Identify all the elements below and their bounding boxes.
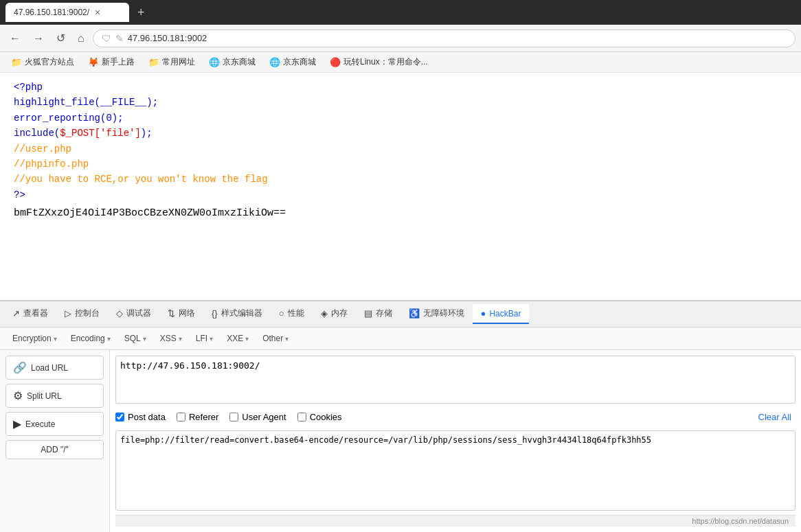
code-area: <?php highlight_file(__FILE__); error_re…: [0, 73, 801, 229]
menu-xxe[interactable]: XXE ▾: [221, 332, 254, 345]
bookmark-item-1[interactable]: 📁 火狐官方站点: [5, 54, 80, 70]
hackbar-menu-bar: Encryption ▾ Encoding ▾ SQL ▾ XSS ▾ LFI: [0, 327, 801, 350]
encryption-caret: ▾: [54, 335, 57, 343]
bookmark-icon-2: 🦊: [88, 57, 99, 67]
encoded-string: bmFtZXxzOjE4OiI4P3BocCBzeXN0ZW0oImxzIiki…: [14, 205, 787, 222]
xxe-caret: ▾: [245, 335, 249, 343]
reload-button[interactable]: ↺: [52, 29, 69, 47]
bookmark-item-5[interactable]: 🌐 京东商城: [264, 54, 321, 70]
memory-icon: ◈: [321, 308, 328, 319]
post-data-input[interactable]: [115, 430, 796, 511]
execute-label: Execute: [25, 419, 55, 429]
tab-hackbar-label: HackBar: [489, 309, 521, 319]
tab-memory-label: 内存: [331, 308, 348, 319]
load-url-label: Load URL: [31, 363, 68, 373]
hackbar-icon: ●: [481, 308, 486, 319]
tab-style-editor-label: 样式编辑器: [221, 308, 262, 319]
referer-checkbox-container[interactable]: Referer: [177, 412, 218, 422]
post-data-label: Post data: [128, 412, 166, 422]
post-data-checkbox[interactable]: [115, 413, 124, 421]
bookmark-icon-4: 🌐: [209, 57, 220, 67]
user-agent-label: User Agent: [242, 412, 286, 422]
menu-encryption[interactable]: Encryption ▾: [7, 332, 63, 345]
code-line-5: //phpinfo.php: [14, 157, 787, 172]
page-content: <?php highlight_file(__FILE__); error_re…: [0, 73, 801, 300]
code-line-2: error_reporting(0);: [14, 111, 787, 126]
bookmark-item-2[interactable]: 🦊 新手上路: [82, 54, 140, 70]
menu-encoding[interactable]: Encoding ▾: [65, 332, 116, 345]
console-icon: ▷: [65, 308, 71, 319]
user-agent-checkbox[interactable]: [229, 413, 238, 421]
bookmark-item-4[interactable]: 🌐 京东商城: [203, 54, 261, 70]
other-caret: ▾: [285, 335, 289, 343]
add-slash-button[interactable]: ADD "/": [5, 440, 104, 459]
post-data-checkbox-container[interactable]: Post data: [115, 412, 166, 422]
cookies-checkbox-container[interactable]: Cookies: [297, 412, 342, 422]
php-close: ?>: [14, 187, 787, 203]
main-content: <?php highlight_file(__FILE__); error_re…: [0, 73, 801, 532]
menu-xss[interactable]: XSS ▾: [155, 332, 188, 345]
bookmark-icon-6: 🔴: [330, 57, 341, 67]
user-agent-checkbox-container[interactable]: User Agent: [229, 412, 286, 422]
back-button[interactable]: ←: [5, 30, 25, 47]
style-editor-icon: {}: [212, 308, 218, 319]
url-input[interactable]: [115, 356, 796, 404]
address-input[interactable]: [128, 33, 787, 43]
referer-checkbox[interactable]: [177, 413, 185, 421]
bookmark-label-4: 京东商城: [223, 56, 256, 68]
cookies-label: Cookies: [310, 412, 342, 422]
menu-sql[interactable]: SQL ▾: [119, 332, 152, 345]
shield-icon: 🛡: [102, 33, 111, 44]
referer-label: Referer: [189, 412, 218, 422]
xss-caret: ▾: [179, 335, 182, 343]
tab-debugger[interactable]: ◇ 调试器: [108, 303, 159, 325]
tab-console-label: 控制台: [75, 308, 100, 319]
active-tab[interactable]: 47.96.150.181:9002/ ×: [5, 3, 129, 22]
load-url-button[interactable]: 🔗 Load URL: [5, 356, 104, 380]
new-tab-button[interactable]: +: [133, 5, 149, 20]
menu-lfi-label: LFI: [196, 334, 207, 343]
split-url-icon: ⚙: [13, 389, 23, 402]
tab-memory[interactable]: ◈ 内存: [313, 303, 356, 325]
menu-other[interactable]: Other ▾: [257, 332, 294, 345]
forward-button[interactable]: →: [29, 30, 48, 47]
bookmark-label-3: 常用网址: [162, 56, 195, 68]
hackbar-area: Encryption ▾ Encoding ▾ SQL ▾ XSS ▾ LFI: [0, 327, 801, 532]
tab-accessibility-label: 无障碍环境: [423, 308, 464, 319]
bookmark-item-6[interactable]: 🔴 玩转Linux：常用命令...: [324, 54, 433, 70]
tab-performance[interactable]: ○ 性能: [271, 303, 313, 325]
sql-caret: ▾: [143, 335, 146, 343]
lfi-caret: ▾: [210, 335, 213, 343]
home-button[interactable]: ⌂: [74, 30, 89, 47]
bookmark-icon-5: 🌐: [269, 57, 280, 67]
split-url-button[interactable]: ⚙ Split URL: [5, 384, 104, 408]
execute-icon: ▶: [13, 417, 21, 430]
tab-network[interactable]: ⇅ 网络: [159, 303, 203, 325]
bookmarks-bar: 📁 火狐官方站点 🦊 新手上路 📁 常用网址 🌐 京东商城 🌐 京东商城 🔴 玩…: [0, 52, 801, 73]
execute-button[interactable]: ▶ Execute: [5, 412, 104, 436]
accessibility-icon: ♿: [409, 308, 420, 319]
menu-xxe-label: XXE: [227, 334, 243, 343]
bookmark-label-6: 玩转Linux：常用命令...: [343, 56, 428, 68]
devtools-tabs: ↗ 查看器 ▷ 控制台 ◇ 调试器 ⇅ 网络 {} 样式编辑器 ○ 性能: [0, 301, 801, 327]
tab-hackbar[interactable]: ● HackBar: [473, 304, 530, 324]
menu-sql-label: SQL: [124, 334, 141, 343]
status-bar: https://blog.csdn.net/datasun: [115, 515, 796, 527]
performance-icon: ○: [279, 308, 284, 319]
tab-storage[interactable]: ▤ 存储: [356, 303, 400, 325]
storage-icon: ▤: [364, 308, 372, 319]
bookmark-label-5: 京东商城: [283, 56, 316, 68]
address-bar-container: 🛡 ✎: [93, 30, 796, 47]
tab-console[interactable]: ▷ 控制台: [56, 303, 108, 325]
bookmark-item-3[interactable]: 📁 常用网址: [143, 54, 201, 70]
add-slash-label: ADD "/": [41, 445, 69, 454]
tab-close-button[interactable]: ×: [95, 7, 100, 18]
tab-inspector[interactable]: ↗ 查看器: [4, 303, 56, 325]
clear-all-button[interactable]: Clear All: [754, 410, 796, 424]
tab-accessibility[interactable]: ♿ 无障碍环境: [400, 303, 473, 325]
menu-lfi[interactable]: LFI ▾: [190, 332, 218, 345]
bookmark-icon-1: 📁: [11, 57, 22, 67]
tab-style-editor[interactable]: {} 样式编辑器: [203, 303, 271, 325]
cookies-checkbox[interactable]: [297, 413, 306, 421]
split-url-label: Split URL: [27, 391, 62, 401]
